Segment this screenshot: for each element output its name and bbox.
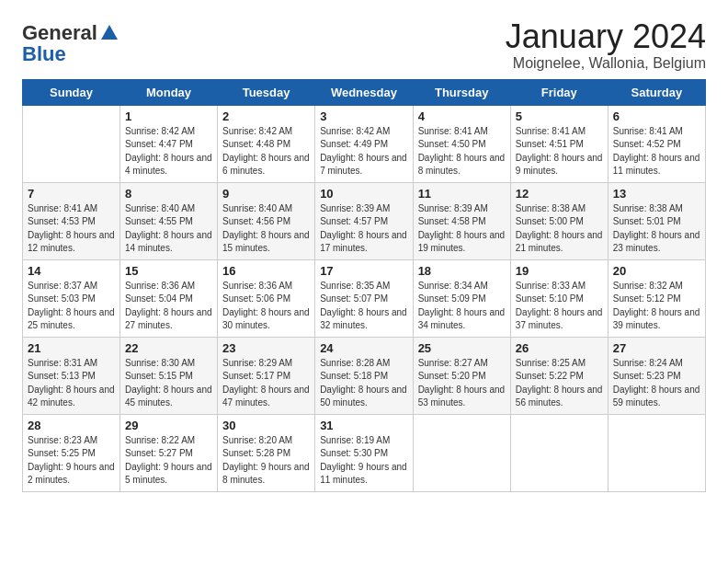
day-number: 19 bbox=[516, 264, 603, 278]
day-info: Sunrise: 8:24 AM Sunset: 5:23 PM Dayligh… bbox=[613, 357, 700, 410]
day-number: 13 bbox=[613, 187, 700, 201]
day-info: Sunrise: 8:22 AM Sunset: 5:27 PM Dayligh… bbox=[125, 434, 212, 488]
logo-general: General bbox=[22, 22, 97, 44]
day-info: Sunrise: 8:42 AM Sunset: 4:49 PM Dayligh… bbox=[320, 125, 407, 178]
calendar-cell: 16Sunrise: 8:36 AM Sunset: 5:06 PM Dayli… bbox=[218, 259, 315, 337]
day-number: 14 bbox=[28, 264, 115, 278]
calendar-week-row: 7Sunrise: 8:41 AM Sunset: 4:53 PM Daylig… bbox=[23, 182, 706, 259]
day-number: 31 bbox=[320, 419, 407, 432]
calendar-cell: 3Sunrise: 8:42 AM Sunset: 4:49 PM Daylig… bbox=[315, 105, 413, 182]
day-info: Sunrise: 8:23 AM Sunset: 5:25 PM Dayligh… bbox=[28, 434, 115, 488]
column-header-friday: Friday bbox=[510, 79, 608, 105]
calendar-cell: 6Sunrise: 8:41 AM Sunset: 4:52 PM Daylig… bbox=[608, 105, 705, 182]
calendar-cell: 10Sunrise: 8:39 AM Sunset: 4:57 PM Dayli… bbox=[315, 182, 413, 259]
day-number: 28 bbox=[28, 419, 115, 432]
day-info: Sunrise: 8:35 AM Sunset: 5:07 PM Dayligh… bbox=[320, 280, 407, 333]
calendar-cell: 20Sunrise: 8:32 AM Sunset: 5:12 PM Dayli… bbox=[608, 259, 705, 337]
day-number: 2 bbox=[222, 109, 310, 123]
day-number: 1 bbox=[125, 109, 212, 123]
day-number: 5 bbox=[516, 109, 603, 123]
calendar-cell: 4Sunrise: 8:41 AM Sunset: 4:50 PM Daylig… bbox=[413, 105, 510, 182]
day-info: Sunrise: 8:41 AM Sunset: 4:52 PM Dayligh… bbox=[613, 125, 700, 178]
calendar-cell: 31Sunrise: 8:19 AM Sunset: 5:30 PM Dayli… bbox=[315, 414, 413, 491]
column-header-thursday: Thursday bbox=[413, 79, 510, 105]
calendar-cell: 1Sunrise: 8:42 AM Sunset: 4:47 PM Daylig… bbox=[120, 105, 218, 182]
day-number: 22 bbox=[125, 341, 212, 355]
day-info: Sunrise: 8:29 AM Sunset: 5:17 PM Dayligh… bbox=[222, 357, 310, 410]
day-info: Sunrise: 8:34 AM Sunset: 5:09 PM Dayligh… bbox=[418, 280, 506, 333]
day-number: 6 bbox=[613, 109, 700, 123]
day-info: Sunrise: 8:28 AM Sunset: 5:18 PM Dayligh… bbox=[320, 357, 407, 410]
day-info: Sunrise: 8:37 AM Sunset: 5:03 PM Dayligh… bbox=[28, 280, 115, 333]
column-header-monday: Monday bbox=[120, 79, 218, 105]
day-info: Sunrise: 8:33 AM Sunset: 5:10 PM Dayligh… bbox=[516, 280, 603, 333]
svg-marker-0 bbox=[101, 25, 118, 40]
column-header-tuesday: Tuesday bbox=[218, 79, 315, 105]
day-info: Sunrise: 8:42 AM Sunset: 4:48 PM Dayligh… bbox=[222, 125, 310, 178]
calendar-cell bbox=[23, 105, 120, 182]
day-info: Sunrise: 8:41 AM Sunset: 4:53 PM Dayligh… bbox=[28, 202, 115, 256]
day-number: 3 bbox=[320, 109, 407, 123]
day-number: 4 bbox=[418, 109, 506, 123]
page-header: General Blue January 2024 Moignelee, Wal… bbox=[22, 18, 706, 72]
calendar-cell: 26Sunrise: 8:25 AM Sunset: 5:22 PM Dayli… bbox=[510, 337, 608, 414]
day-info: Sunrise: 8:40 AM Sunset: 4:56 PM Dayligh… bbox=[222, 202, 310, 256]
day-number: 30 bbox=[222, 419, 310, 432]
day-number: 12 bbox=[516, 187, 603, 201]
day-number: 15 bbox=[125, 264, 212, 278]
day-number: 20 bbox=[613, 264, 700, 278]
day-info: Sunrise: 8:39 AM Sunset: 4:57 PM Dayligh… bbox=[320, 202, 407, 256]
column-header-sunday: Sunday bbox=[23, 79, 120, 105]
calendar-cell: 27Sunrise: 8:24 AM Sunset: 5:23 PM Dayli… bbox=[608, 337, 705, 414]
calendar-cell: 24Sunrise: 8:28 AM Sunset: 5:18 PM Dayli… bbox=[315, 337, 413, 414]
calendar-cell: 22Sunrise: 8:30 AM Sunset: 5:15 PM Dayli… bbox=[120, 337, 218, 414]
day-number: 16 bbox=[222, 264, 310, 278]
day-info: Sunrise: 8:31 AM Sunset: 5:13 PM Dayligh… bbox=[28, 357, 115, 410]
title-block: January 2024 Moignelee, Wallonia, Belgiu… bbox=[506, 18, 706, 72]
calendar-cell: 28Sunrise: 8:23 AM Sunset: 5:25 PM Dayli… bbox=[23, 414, 120, 491]
day-info: Sunrise: 8:20 AM Sunset: 5:28 PM Dayligh… bbox=[222, 434, 310, 488]
calendar-cell: 8Sunrise: 8:40 AM Sunset: 4:55 PM Daylig… bbox=[120, 182, 218, 259]
logo: General Blue bbox=[22, 22, 119, 66]
calendar-week-row: 14Sunrise: 8:37 AM Sunset: 5:03 PM Dayli… bbox=[23, 259, 706, 337]
calendar-cell: 7Sunrise: 8:41 AM Sunset: 4:53 PM Daylig… bbox=[23, 182, 120, 259]
calendar-cell: 12Sunrise: 8:38 AM Sunset: 5:00 PM Dayli… bbox=[510, 182, 608, 259]
calendar-cell bbox=[608, 414, 705, 491]
day-number: 23 bbox=[222, 341, 310, 355]
column-header-saturday: Saturday bbox=[608, 79, 705, 105]
day-info: Sunrise: 8:36 AM Sunset: 5:04 PM Dayligh… bbox=[125, 280, 212, 333]
calendar-cell: 2Sunrise: 8:42 AM Sunset: 4:48 PM Daylig… bbox=[218, 105, 315, 182]
calendar-cell: 30Sunrise: 8:20 AM Sunset: 5:28 PM Dayli… bbox=[218, 414, 315, 491]
day-info: Sunrise: 8:32 AM Sunset: 5:12 PM Dayligh… bbox=[613, 280, 700, 333]
day-info: Sunrise: 8:38 AM Sunset: 5:00 PM Dayligh… bbox=[516, 202, 603, 256]
location: Moignelee, Wallonia, Belgium bbox=[506, 55, 706, 72]
logo-blue: Blue bbox=[22, 42, 119, 66]
day-number: 10 bbox=[320, 187, 407, 201]
day-number: 8 bbox=[125, 187, 212, 201]
day-number: 26 bbox=[516, 341, 603, 355]
day-number: 9 bbox=[222, 187, 310, 201]
calendar-cell: 21Sunrise: 8:31 AM Sunset: 5:13 PM Dayli… bbox=[23, 337, 120, 414]
day-number: 21 bbox=[28, 341, 115, 355]
day-info: Sunrise: 8:42 AM Sunset: 4:47 PM Dayligh… bbox=[125, 125, 212, 178]
calendar-cell: 18Sunrise: 8:34 AM Sunset: 5:09 PM Dayli… bbox=[413, 259, 510, 337]
calendar-cell bbox=[413, 414, 510, 491]
calendar-cell: 9Sunrise: 8:40 AM Sunset: 4:56 PM Daylig… bbox=[218, 182, 315, 259]
calendar-table: SundayMondayTuesdayWednesdayThursdayFrid… bbox=[22, 79, 706, 492]
day-number: 27 bbox=[613, 341, 700, 355]
day-number: 24 bbox=[320, 341, 407, 355]
calendar-cell: 11Sunrise: 8:39 AM Sunset: 4:58 PM Dayli… bbox=[413, 182, 510, 259]
calendar-cell bbox=[510, 414, 608, 491]
day-number: 7 bbox=[28, 187, 115, 201]
calendar-cell: 5Sunrise: 8:41 AM Sunset: 4:51 PM Daylig… bbox=[510, 105, 608, 182]
calendar-week-row: 1Sunrise: 8:42 AM Sunset: 4:47 PM Daylig… bbox=[23, 105, 706, 182]
day-number: 29 bbox=[125, 419, 212, 432]
day-info: Sunrise: 8:38 AM Sunset: 5:01 PM Dayligh… bbox=[613, 202, 700, 256]
day-info: Sunrise: 8:41 AM Sunset: 4:51 PM Dayligh… bbox=[516, 125, 603, 178]
day-info: Sunrise: 8:27 AM Sunset: 5:20 PM Dayligh… bbox=[418, 357, 506, 410]
calendar-week-row: 21Sunrise: 8:31 AM Sunset: 5:13 PM Dayli… bbox=[23, 337, 706, 414]
day-info: Sunrise: 8:40 AM Sunset: 4:55 PM Dayligh… bbox=[125, 202, 212, 256]
day-info: Sunrise: 8:25 AM Sunset: 5:22 PM Dayligh… bbox=[516, 357, 603, 410]
day-info: Sunrise: 8:39 AM Sunset: 4:58 PM Dayligh… bbox=[418, 202, 506, 256]
month-title: January 2024 bbox=[506, 18, 706, 55]
